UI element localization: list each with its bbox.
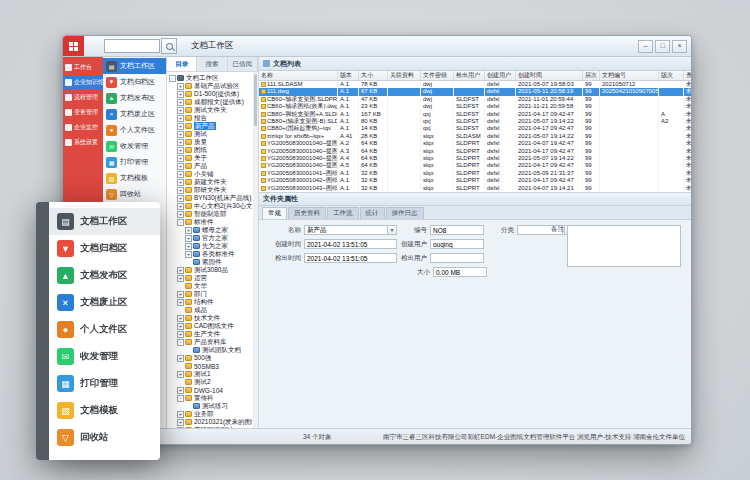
checkout-time-input[interactable]: [304, 253, 397, 263]
nav-item-打印管理[interactable]: ▦打印管理: [49, 370, 160, 397]
tree-node[interactable]: +成品: [169, 306, 252, 314]
tree-expander-icon[interactable]: +: [177, 139, 184, 146]
tree-expander-icon[interactable]: +: [177, 371, 184, 378]
nav-item-文档模板[interactable]: ▧文档模板: [49, 397, 160, 424]
search-input[interactable]: [104, 39, 160, 53]
sidebar-item-工作台[interactable]: 工作台: [63, 60, 103, 75]
search-button[interactable]: [161, 38, 177, 54]
column-header[interactable]: 版次: [659, 71, 684, 81]
tree-node[interactable]: +技术文件: [169, 314, 252, 322]
tree-expander-icon[interactable]: +: [177, 115, 184, 122]
nav-item-文档工作区[interactable]: ▤文档工作区: [49, 208, 160, 235]
props-tab-操作日志[interactable]: 操作日志: [386, 207, 424, 219]
checkout-user-input[interactable]: [430, 253, 484, 263]
tree-expander-icon[interactable]: +: [177, 267, 184, 274]
tree-expander-icon[interactable]: +: [177, 195, 184, 202]
sidebar-item-系统设置[interactable]: 系统设置: [63, 135, 103, 150]
tree-node[interactable]: +基础产品试验区: [169, 82, 252, 90]
tree-expander-icon[interactable]: +: [177, 291, 184, 298]
tree-node[interactable]: +产品: [169, 162, 252, 170]
nav-item-文档发布区[interactable]: ▲文档发布区: [103, 90, 166, 106]
column-header[interactable]: 名称: [259, 71, 338, 81]
tree-node[interactable]: +文华: [169, 282, 252, 290]
nav-item-文档废止区[interactable]: ×文档废止区: [103, 106, 166, 122]
table-row[interactable]: YG20050830001040~提图A.264 KBslqxSLDPRTdsf…: [259, 140, 691, 147]
folder-name-input[interactable]: [304, 225, 388, 235]
tree-expander-icon[interactable]: -: [177, 219, 184, 226]
tree-expander-icon[interactable]: +: [177, 419, 184, 426]
tree-node[interactable]: +DWG-104: [169, 386, 252, 394]
table-row[interactable]: CB80~脚轮支架图+A.SLDPRTA.1167 KBqxjSLDFSTdsf…: [259, 111, 691, 118]
tree-expander-icon[interactable]: +: [185, 227, 192, 234]
tree-node[interactable]: +500强: [169, 354, 252, 362]
column-header[interactable]: 创建用户: [485, 71, 516, 81]
table-row[interactable]: YG20050830001040~提图A.464 KBslqxSLDPRTdsf…: [259, 155, 691, 162]
sidebar-item-企业监控[interactable]: 企业监控: [63, 120, 103, 135]
nav-item-文档归档区[interactable]: ▼文档归档区: [49, 235, 160, 262]
column-header[interactable]: 版本: [338, 71, 359, 81]
nav-item-文档发布区[interactable]: ▲文档发布区: [49, 262, 160, 289]
create-time-input[interactable]: [304, 239, 397, 249]
tree-scrollbar[interactable]: [253, 72, 258, 428]
tree-expander-icon[interactable]: +: [177, 331, 184, 338]
tree-expander-icon[interactable]: +: [177, 203, 184, 210]
tree-node[interactable]: +测试1: [169, 370, 252, 378]
tree-expander-icon[interactable]: +: [185, 243, 192, 250]
tree-node[interactable]: +测试文件夹: [169, 106, 252, 114]
tree-node[interactable]: +先为之家: [169, 242, 252, 250]
nav-item-打印管理[interactable]: ▦打印管理: [103, 154, 166, 170]
tree-node[interactable]: +部研文件夹: [169, 186, 252, 194]
tree-expander-icon[interactable]: +: [177, 179, 184, 186]
column-header[interactable]: 创建时间: [516, 71, 583, 81]
tree-node[interactable]: +螺母之家: [169, 226, 252, 234]
tree-node[interactable]: +报告: [169, 114, 252, 122]
tree-node[interactable]: +测试: [169, 130, 252, 138]
tree-node[interactable]: +部门: [169, 290, 252, 298]
tree-expander-icon[interactable]: +: [177, 91, 184, 98]
tree-expander-icon[interactable]: +: [177, 131, 184, 138]
tree-expander-icon[interactable]: +: [177, 123, 184, 130]
tree-expander-icon[interactable]: +: [177, 187, 184, 194]
column-header[interactable]: 大小: [359, 71, 388, 81]
table-row[interactable]: YG20050830001040~提图A.364 KBslqxSLDPRTdsf…: [259, 148, 691, 155]
table-row[interactable]: YG20050830001043~图纸A.132 KBslqxSLDPRTdsf…: [259, 185, 691, 192]
table-row[interactable]: 111.dwgA.167 KBdwjdsfsl2021-05-11 20:58:…: [259, 88, 691, 95]
sidebar-item-变更管理[interactable]: 变更管理: [63, 105, 103, 120]
chevron-down-icon[interactable]: ▾: [388, 225, 397, 235]
tree-expander-icon[interactable]: +: [177, 355, 184, 362]
folder-number-input[interactable]: [430, 225, 484, 235]
tree-node[interactable]: +智能制造部: [169, 210, 252, 218]
tree-expander-icon[interactable]: -: [169, 75, 176, 82]
tree-node[interactable]: +官方之家: [169, 234, 252, 242]
tree-tab-已借阅[interactable]: 已借阅: [228, 57, 258, 71]
tree-expander-icon[interactable]: +: [185, 251, 192, 258]
tree-node[interactable]: +CAD图纸文件: [169, 322, 252, 330]
nav-item-收发管理[interactable]: ✉收发管理: [103, 138, 166, 154]
tree-expander-icon[interactable]: +: [177, 171, 184, 178]
tree-node[interactable]: +测试3080品: [169, 266, 252, 274]
tree-node[interactable]: -标准件: [169, 218, 252, 226]
table-row[interactable]: CB60~轴承支架图.SLDPRTA.147 KBdwjSLDFSTdsfsl2…: [259, 96, 691, 103]
sidebar-item-流程管理[interactable]: 流程管理: [63, 90, 103, 105]
maximize-button[interactable]: □: [655, 40, 670, 53]
tree-expander-icon[interactable]: +: [177, 83, 184, 90]
table-row[interactable]: 111.SLDASMA.178 KBdwjdsfsl2021-05-07 19:…: [259, 81, 691, 89]
sidebar-item-企业知识馆[interactable]: 企业知识馆: [63, 75, 103, 90]
tree-node[interactable]: +BYN30(机床产品线): [169, 194, 252, 202]
tree-node[interactable]: +50SMB3: [169, 362, 252, 370]
tree-node[interactable]: +质量: [169, 138, 252, 146]
nav-item-个人文件区[interactable]: ●个人文件区: [49, 316, 160, 343]
table-row[interactable]: YG20050830001041~图纸A.132 KBslqxSLDPRTdsf…: [259, 170, 691, 177]
tree-expander-icon[interactable]: +: [177, 163, 184, 170]
tree-node[interactable]: +生产文件: [169, 330, 252, 338]
close-button[interactable]: ×: [672, 40, 687, 53]
tree-expander-icon[interactable]: +: [177, 211, 184, 218]
column-header[interactable]: 层次: [583, 71, 600, 81]
tree-node[interactable]: +紧固件: [169, 258, 252, 266]
props-tab-工作流[interactable]: 工作流: [327, 207, 359, 219]
tree-node[interactable]: +运营: [169, 274, 252, 282]
create-user-input[interactable]: [430, 239, 484, 249]
tree-expander-icon[interactable]: +: [177, 387, 184, 394]
tree-expander-icon[interactable]: +: [177, 275, 184, 282]
tree-expander-icon[interactable]: +: [185, 235, 192, 242]
